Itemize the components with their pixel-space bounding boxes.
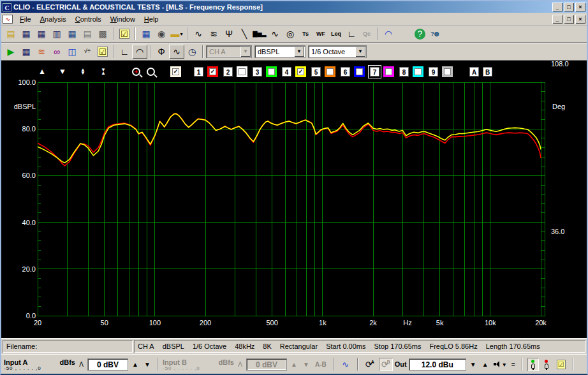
output-up-button[interactable]: ▲ bbox=[480, 361, 490, 368]
menu-analysis[interactable]: Analysis bbox=[36, 14, 71, 24]
curve-button-6[interactable]: 6 bbox=[341, 67, 350, 77]
sinusoidal-icon[interactable]: ∿ bbox=[267, 27, 283, 41]
curve-checkbox-1[interactable]: ✓ bbox=[207, 66, 218, 77]
generator-monitor-icon[interactable]: ∿ bbox=[339, 358, 353, 371]
compress-scale-button[interactable]: ▼▲ bbox=[98, 68, 109, 75]
mic-settings-icon[interactable]: ☑ bbox=[554, 358, 568, 371]
autosave-icon[interactable]: ▦ bbox=[138, 27, 154, 41]
curve-checkbox-9[interactable] bbox=[442, 66, 453, 77]
process-tools-icon[interactable]: √÷ bbox=[80, 45, 95, 59]
expand-scale-button[interactable]: ▲▼ bbox=[77, 68, 89, 75]
input-a-sensitivity[interactable]: 0 dBV bbox=[87, 358, 128, 371]
curve-button-2[interactable]: 2 bbox=[223, 67, 233, 77]
wow-flutter-icon[interactable]: WF bbox=[313, 27, 328, 41]
curve-button-4[interactable]: 4 bbox=[282, 67, 291, 77]
impulse-display-icon[interactable]: ∟ bbox=[117, 45, 132, 59]
speaker-dropdown-icon[interactable]: ▾ bbox=[501, 361, 508, 368]
curve-button-3[interactable]: 3 bbox=[253, 67, 262, 77]
smoothing-select[interactable]: 1/6 Octave ▼ bbox=[308, 45, 367, 58]
erase-icon[interactable]: ▬▾ bbox=[169, 27, 184, 41]
rta-icon[interactable]: ◎ bbox=[283, 27, 298, 41]
input-b-down-button[interactable]: ▼ bbox=[301, 361, 311, 368]
loop-measure-icon[interactable]: ∞ bbox=[49, 45, 64, 59]
child-minimize-button[interactable]: _ bbox=[552, 15, 562, 24]
input-a-down-button[interactable]: ▼ bbox=[142, 361, 152, 368]
fft-icon[interactable]: ▇▅▂ bbox=[252, 27, 267, 41]
export-graphics-icon[interactable]: ▥ bbox=[49, 27, 64, 41]
overlay-curves-icon[interactable]: ≋ bbox=[34, 45, 49, 59]
shift-up-button[interactable]: ▲ bbox=[36, 68, 48, 75]
curve-checkbox-3[interactable] bbox=[266, 66, 277, 77]
go-button[interactable]: ▶ bbox=[3, 45, 18, 59]
mls-analysis-icon[interactable]: ∿ bbox=[191, 27, 206, 41]
print-icon[interactable]: ▩ bbox=[95, 27, 110, 41]
curve-button-8[interactable]: 8 bbox=[399, 67, 409, 77]
overlay-button-a[interactable]: A bbox=[469, 67, 479, 77]
input-a-up-button[interactable]: ▲ bbox=[130, 361, 140, 368]
export-text-icon[interactable]: ▤ bbox=[80, 27, 95, 41]
leq-icon[interactable]: Leq bbox=[328, 27, 344, 41]
save-measurement-icon[interactable]: ▦ bbox=[18, 45, 34, 59]
curve-button-9[interactable]: 9 bbox=[429, 67, 438, 77]
options-icon[interactable]: ☑ bbox=[117, 27, 132, 41]
curve-checkbox-2[interactable] bbox=[237, 66, 247, 77]
inout-window-icon[interactable]: ◠ bbox=[381, 27, 396, 41]
menu-window[interactable]: Window bbox=[106, 14, 140, 24]
speaker-icon[interactable] bbox=[492, 361, 499, 367]
overlay-button-b[interactable]: B bbox=[483, 67, 492, 77]
decay-icon[interactable]: ╲ bbox=[237, 27, 252, 41]
snapshot-icon[interactable]: ◉ bbox=[154, 27, 169, 41]
curve-button-7[interactable]: 7 bbox=[370, 67, 379, 77]
output-level[interactable]: 12.0 dBu bbox=[409, 358, 466, 371]
child-close-button[interactable]: × bbox=[575, 15, 585, 24]
input-b-sensitivity[interactable]: 0 dBV bbox=[246, 358, 287, 371]
autorange-b-button[interactable]: ⟳B bbox=[379, 358, 393, 371]
waterfall-icon[interactable]: ≋ bbox=[206, 27, 221, 41]
mls-document-icon[interactable]: ∿ bbox=[3, 15, 13, 24]
autorange-a-button[interactable]: ⟳A bbox=[363, 358, 377, 371]
open-icon[interactable]: ▤ bbox=[3, 27, 18, 41]
frequency-response-plot[interactable]: 20501002005001k2kHz5k10k20k100.080.060.0… bbox=[1, 61, 585, 338]
timer-icon[interactable]: ◷ bbox=[184, 45, 200, 59]
menu-controls[interactable]: Controls bbox=[71, 14, 106, 24]
steps-icon[interactable]: ∟ bbox=[344, 27, 359, 41]
line-levels-icon[interactable]: = bbox=[510, 360, 517, 369]
unit-select[interactable]: dBSPL ▼ bbox=[254, 45, 305, 58]
zoom-in-button[interactable]: + bbox=[132, 68, 140, 76]
ab-link-button[interactable]: A-B bbox=[313, 360, 328, 369]
zoom-out-button[interactable] bbox=[147, 68, 155, 76]
save-icon[interactable]: ▦ bbox=[18, 27, 34, 41]
mls-settings-icon[interactable]: ☑ bbox=[95, 45, 110, 59]
curve-checkbox-7[interactable] bbox=[383, 66, 394, 77]
group-delay-icon[interactable]: ∿ bbox=[169, 45, 184, 59]
mic-a-button[interactable] bbox=[527, 358, 539, 371]
thiele-small-icon[interactable]: Ts bbox=[298, 27, 313, 41]
minimize-button[interactable]: _ bbox=[552, 3, 562, 11]
help-online-icon[interactable]: ?◍ bbox=[427, 27, 443, 41]
output-down-button[interactable]: ▼ bbox=[468, 361, 478, 368]
menu-help[interactable]: Help bbox=[140, 14, 163, 24]
child-restore-button[interactable]: □ bbox=[564, 15, 574, 24]
curve-checkbox-5[interactable] bbox=[325, 66, 335, 77]
input-b-up-button[interactable]: ▲ bbox=[289, 361, 299, 368]
save-a-icon[interactable]: ▦ bbox=[34, 27, 49, 41]
directivity-icon[interactable]: Ψ bbox=[221, 27, 237, 41]
curve-checkbox-8[interactable] bbox=[413, 66, 423, 77]
curve-button-1[interactable]: 1 bbox=[194, 67, 203, 77]
curve-button-5[interactable]: 5 bbox=[311, 67, 321, 77]
quality-control-icon[interactable]: Qc bbox=[359, 27, 374, 41]
phase-display-icon[interactable]: Φ bbox=[154, 45, 169, 59]
frequency-display-icon[interactable]: ◠ bbox=[132, 45, 147, 59]
save-curve-icon[interactable]: ▦ bbox=[64, 27, 80, 41]
close-button[interactable]: × bbox=[575, 3, 585, 11]
help-icon[interactable]: ? bbox=[415, 29, 425, 40]
menu-file[interactable]: File bbox=[15, 14, 36, 24]
curve-checkbox-6[interactable] bbox=[354, 66, 365, 77]
active-curve-checkbox[interactable]: ✓ bbox=[170, 66, 181, 77]
mic-b-button[interactable] bbox=[541, 358, 552, 371]
stack-curves-icon[interactable]: ◫ bbox=[64, 45, 80, 59]
maximize-button[interactable]: □ bbox=[564, 3, 574, 11]
curve-checkbox-4[interactable]: ✓ bbox=[295, 66, 306, 77]
shift-down-button[interactable]: ▼ bbox=[57, 68, 68, 75]
channel-select[interactable]: CH A ▼ bbox=[206, 45, 252, 58]
